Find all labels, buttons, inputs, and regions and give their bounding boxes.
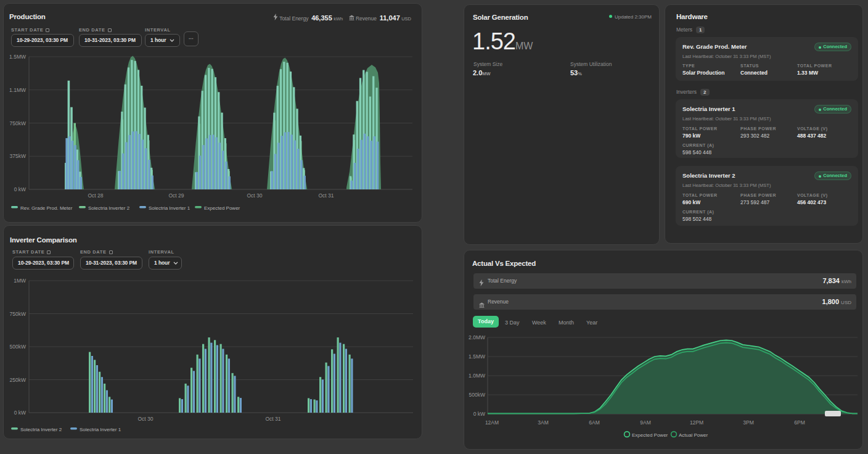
- svg-text:Expected Power: Expected Power: [632, 432, 668, 438]
- svg-text:1MW: 1MW: [14, 278, 26, 284]
- svg-text:Oct 30: Oct 30: [247, 192, 262, 199]
- svg-text:Actual Power: Actual Power: [679, 432, 708, 438]
- svg-text:1.1MW: 1.1MW: [9, 87, 26, 93]
- svg-text:250kW: 250kW: [10, 377, 26, 383]
- svg-text:0 kW: 0 kW: [14, 186, 26, 192]
- svg-text:Oct 31: Oct 31: [318, 192, 334, 199]
- svg-text:6PM: 6PM: [794, 419, 805, 426]
- svg-text:Solectria Inverter 2: Solectria Inverter 2: [88, 205, 130, 211]
- svg-text:Solectria Inverter 2: Solectria Inverter 2: [20, 427, 62, 432]
- svg-text:Solectria Inverter 1: Solectria Inverter 1: [149, 205, 190, 211]
- svg-text:1.5MW: 1.5MW: [469, 353, 485, 360]
- svg-text:750kW: 750kW: [10, 311, 26, 317]
- svg-text:3AM: 3AM: [538, 419, 548, 426]
- svg-text:Solectria Inverter 1: Solectria Inverter 1: [80, 427, 121, 432]
- svg-text:2.0MW: 2.0MW: [469, 334, 485, 340]
- svg-text:375kW: 375kW: [10, 153, 26, 159]
- svg-text:12AM: 12AM: [485, 419, 499, 426]
- svg-text:0 kW: 0 kW: [473, 411, 485, 417]
- svg-text:Expected Power: Expected Power: [204, 205, 240, 211]
- svg-text:500kW: 500kW: [469, 392, 485, 398]
- svg-text:12PM: 12PM: [690, 419, 703, 426]
- svg-text:3PM: 3PM: [743, 419, 753, 426]
- svg-text:Oct 28: Oct 28: [88, 192, 103, 199]
- svg-text:6AM: 6AM: [589, 419, 599, 426]
- svg-text:1.0MW: 1.0MW: [469, 373, 485, 379]
- svg-text:Oct 30: Oct 30: [137, 416, 153, 422]
- svg-text:750kW: 750kW: [10, 120, 26, 126]
- svg-text:0 kW: 0 kW: [14, 410, 26, 416]
- svg-text:1.5MW: 1.5MW: [9, 54, 26, 60]
- svg-text:Oct 29: Oct 29: [168, 192, 184, 199]
- svg-text:Rev. Grade Prod. Meter: Rev. Grade Prod. Meter: [20, 205, 73, 211]
- svg-text:500kW: 500kW: [10, 344, 26, 350]
- svg-text:9AM: 9AM: [640, 419, 650, 426]
- svg-text:Oct 31: Oct 31: [265, 416, 280, 422]
